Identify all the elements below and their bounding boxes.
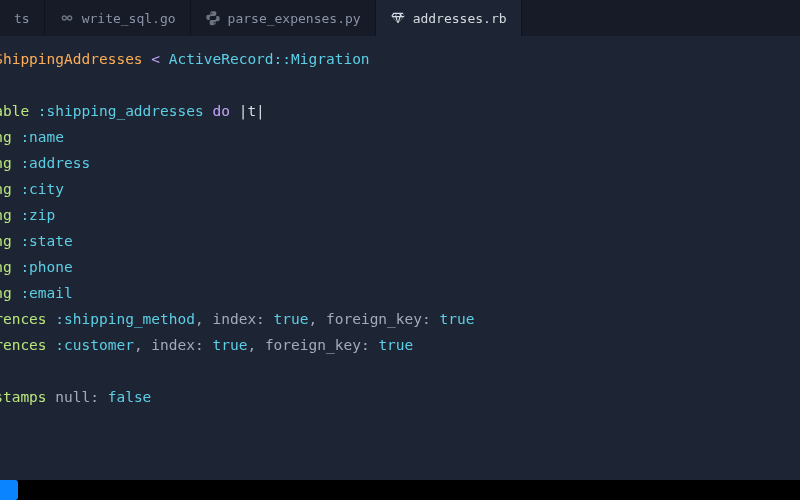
go-icon: [59, 10, 75, 26]
code-line: tring :address: [0, 150, 800, 176]
code-area[interactable]: ateShippingAddresses < ActiveRecord::Mig…: [0, 36, 800, 480]
svg-point-0: [62, 16, 66, 20]
tab-label: parse_expenses.py: [228, 11, 361, 26]
code-line: eferences :customer, index: true, foreig…: [0, 332, 800, 358]
code-line: tring :phone: [0, 254, 800, 280]
tab-label: ts: [14, 11, 30, 26]
tab-write-sql-go[interactable]: write_sql.go: [45, 0, 191, 36]
code-line: nge: [0, 72, 800, 98]
tab-addresses-rb[interactable]: addresses.rb: [376, 0, 522, 36]
code-line: tring :zip: [0, 202, 800, 228]
ruby-icon: [390, 10, 406, 26]
code-line: tring :name: [0, 124, 800, 150]
tab-bar: ts write_sql.go parse_expenses.py addres…: [0, 0, 800, 36]
code-editor: ts write_sql.go parse_expenses.py addres…: [0, 0, 800, 480]
code-line: tring :city: [0, 176, 800, 202]
code-line: tring :email: [0, 280, 800, 306]
taskbar: [0, 480, 800, 500]
taskbar-button[interactable]: [0, 480, 18, 500]
code-line: tring :state: [0, 228, 800, 254]
tab-ts[interactable]: ts: [0, 0, 45, 36]
code-line: ateShippingAddresses < ActiveRecord::Mig…: [0, 46, 800, 72]
code-line: e_table :shipping_addresses do |t|: [0, 98, 800, 124]
tab-label: write_sql.go: [82, 11, 176, 26]
svg-point-1: [67, 16, 71, 20]
code-line: eferences :shipping_method, index: true,…: [0, 306, 800, 332]
python-icon: [205, 10, 221, 26]
tab-parse-expenses-py[interactable]: parse_expenses.py: [191, 0, 376, 36]
code-line: imestamps null: false: [0, 384, 800, 410]
code-line: [0, 358, 800, 384]
tab-label: addresses.rb: [413, 11, 507, 26]
